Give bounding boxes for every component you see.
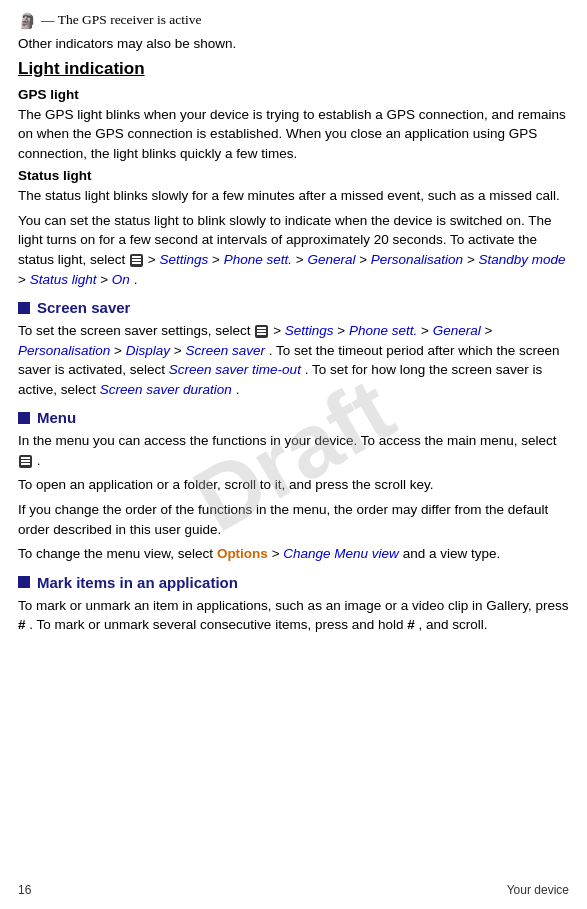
gps-light-text: The GPS light blinks when your device is… [18, 105, 569, 164]
status-settings: Settings [159, 252, 208, 267]
ss-gt5: > [114, 343, 126, 358]
footer-section: Your device [507, 883, 569, 897]
footer: 16 Your device [18, 883, 569, 897]
status-on: On [112, 272, 130, 287]
ss-personalisation: Personalisation [18, 343, 110, 358]
mark-items-heading-container: Mark items in an application [18, 574, 569, 591]
menu-bullet [18, 412, 30, 424]
ss-gt4: > [484, 323, 492, 338]
status-standby: Standby mode [479, 252, 566, 267]
menu-para4-end: and a view type. [403, 546, 501, 561]
menu-para1-start: In the menu you can access the functions… [18, 433, 557, 448]
status-light-para2: You can set the status light to blink sl… [18, 211, 569, 289]
gps-icon: 🗿 [18, 12, 37, 30]
menu-heading: Menu [37, 409, 76, 426]
menu-para2: To open an application or a folder, scro… [18, 475, 569, 495]
menu-heading-container: Menu [18, 409, 569, 426]
mark-items-mid: . To mark or unmark several consecutive … [29, 617, 407, 632]
status-light-para1: The status light blinks slowly for a few… [18, 186, 569, 206]
screen-saver-heading-container: Screen saver [18, 299, 569, 316]
screen-saver-para: To set the screen saver settings, select… [18, 321, 569, 399]
status-general: General [307, 252, 355, 267]
menu-para3: If you change the order of the functions… [18, 500, 569, 539]
gps-active-line: 🗿 — The GPS receiver is active [18, 12, 569, 30]
menu-options: Options [217, 546, 268, 561]
screen-saver-heading: Screen saver [37, 299, 130, 316]
mark-items-para: To mark or unmark an item in application… [18, 596, 569, 635]
ss-gt2: > [337, 323, 349, 338]
ss-end: . [236, 382, 240, 397]
ss-phonesett: Phone sett. [349, 323, 417, 338]
status-gt7: > [100, 272, 112, 287]
mark-items-heading: Mark items in an application [37, 574, 238, 591]
status-gt5: > [467, 252, 479, 267]
mark-items-hash2: # [407, 617, 415, 632]
ss-screensaver: Screen saver [185, 343, 265, 358]
status-statuslight: Status light [30, 272, 97, 287]
menu-para4: To change the menu view, select Options … [18, 544, 569, 564]
status-gt4: > [359, 252, 371, 267]
gps-light-label: GPS light [18, 87, 569, 102]
status-phonesett: Phone sett. [224, 252, 292, 267]
ss-settings: Settings [285, 323, 334, 338]
status-gt6: > [18, 272, 30, 287]
status-light-label: Status light [18, 168, 569, 183]
status-gt3: > [296, 252, 308, 267]
mark-items-start: To mark or unmark an item in application… [18, 598, 569, 613]
menu-gt: > [272, 546, 284, 561]
menu-icon-inline [130, 254, 143, 267]
status-gt1: > [148, 252, 160, 267]
menu-para1-end: . [37, 453, 41, 468]
ss-display: Display [126, 343, 170, 358]
other-indicators-text: Other indicators may also be shown. [18, 34, 569, 54]
ss-duration: Screen saver duration [100, 382, 232, 397]
mark-items-hash1: # [18, 617, 26, 632]
light-indication-heading: Light indication [18, 59, 569, 79]
ss-start: To set the screen saver settings, select [18, 323, 254, 338]
menu-para4-start: To change the menu view, select [18, 546, 217, 561]
gps-active-text: — The GPS receiver is active [41, 12, 202, 28]
status-personalisation: Personalisation [371, 252, 463, 267]
ss-general: General [433, 323, 481, 338]
status-end: . [134, 272, 138, 287]
ss-menu-icon [255, 325, 268, 338]
status-gt2: > [212, 252, 224, 267]
ss-gt1: > [273, 323, 285, 338]
ss-timeout: Screen saver time-out [169, 362, 301, 377]
footer-page-number: 16 [18, 883, 31, 897]
ss-gt6: > [174, 343, 186, 358]
ss-gt3: > [421, 323, 433, 338]
screen-saver-bullet [18, 302, 30, 314]
mark-items-bullet [18, 576, 30, 588]
mark-items-end: , and scroll. [418, 617, 487, 632]
menu-changemenu: Change Menu view [283, 546, 399, 561]
menu-para1: In the menu you can access the functions… [18, 431, 569, 470]
menu-icon2 [19, 455, 32, 468]
